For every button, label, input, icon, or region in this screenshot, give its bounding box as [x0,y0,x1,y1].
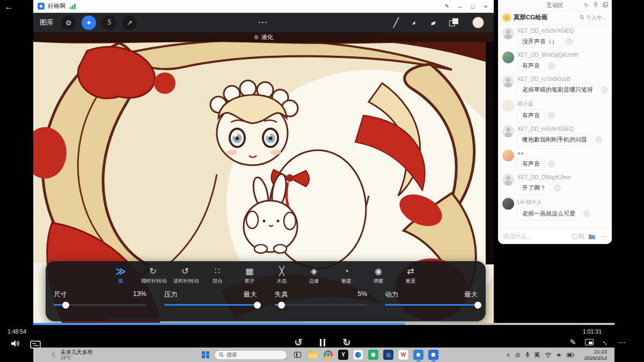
pen-icon[interactable]: ✎ [443,3,451,9]
exit-fullscreen-icon[interactable]: ↔ [600,336,611,348]
video-progress-bar[interactable] [33,323,614,325]
liquify-tool-ccw[interactable]: ↺逆时针转动 [173,266,197,285]
chat-more-button[interactable]: ⋯ [600,233,607,240]
distortion-slider[interactable]: 失真5% [275,290,368,306]
liquify-tool-pinch[interactable]: ∷捏合 [206,266,229,285]
paint-toolbar: 图库 ⚙ ✦ S ↗ ••• ╱ ◗ ▰ [33,13,494,32]
blue-app-icon-2[interactable] [428,350,438,360]
liquify-tool-push[interactable]: ≫推 [109,266,133,285]
emoji-icon[interactable] [548,160,555,167]
speaker-icon[interactable] [557,352,562,358]
eraser-icon[interactable]: ▰ [429,18,437,27]
liquify-tool-reconstruct[interactable]: ◔重建 [334,266,358,285]
liquify-sliders-row: 尺寸13% 压力最大 失真5% 动力最大 [46,285,486,306]
volume-icon[interactable] [11,339,20,348]
liquify-tool-cw[interactable]: ↻顺时针转动 [141,266,165,285]
pin-icon[interactable] [593,2,598,8]
avatar [502,76,514,87]
liquify-tool-edge[interactable]: ◈边缘 [302,266,326,285]
gallery-button[interactable]: 图库 [40,18,54,27]
chat-message: XET_DD_DWqzKJhos 开了啊？ [502,174,608,194]
pressure-slider[interactable]: 压力最大 [164,290,257,306]
liquify-tool-expand[interactable]: ▦展开 [238,266,261,285]
maximize-button[interactable]: □ [469,3,477,10]
emoji-icon[interactable] [595,136,602,143]
chat-message: Lik-镜中人 老师一画就这么可爱 [502,198,608,220]
minimize-button[interactable]: – [456,3,464,10]
selection-icon: S [107,18,111,27]
popout-icon[interactable] [603,2,608,8]
selection-button[interactable]: S [102,16,116,30]
chat-input[interactable]: 说点什么... [503,232,572,240]
pip-icon[interactable] [585,339,594,345]
emoji-icon[interactable] [548,112,555,119]
battery-icon[interactable] [567,353,574,357]
chat-message: ●● 有声音 [502,150,608,170]
edge-icon: ◈ [302,266,326,277]
channel-row: ☺ 莫那CG绘画 个人中… [498,11,612,25]
player-more-button[interactable]: ⋯ [618,338,627,346]
size-slider[interactable]: 尺寸13% [54,290,147,306]
liquify-tool-adjust[interactable]: ◉调整 [367,266,390,285]
avatar [502,125,514,137]
emoji-icon[interactable] [583,210,590,217]
chat-message: 祁小蓝 有声音 [502,100,608,122]
avatar [502,174,514,186]
liquify-tool-crystal[interactable]: ╳水晶 [270,266,294,285]
chat-input-row: 说点什么... 问 ⋯ [498,228,612,244]
brush-icon[interactable]: ╱ [393,17,399,28]
emoji-icon[interactable] [566,38,573,45]
emoji-icon[interactable] [554,184,561,191]
folder-icon[interactable] [588,233,596,240]
emoji-icon[interactable] [601,86,608,93]
window-titlebar: 好棒啊 ✎ – □ × [33,0,494,13]
channel-name: 莫那CG绘画 [514,13,547,21]
adjustments-wand-button[interactable]: ✦ [82,16,96,30]
black-app-icon[interactable]: Y [338,350,348,360]
notes-pencil-icon[interactable]: ✎ [570,338,576,346]
player-right-controls: ✎ ↔ [570,338,640,346]
counterclockwise-icon: ↺ [173,266,197,277]
toolbar-more-dots[interactable]: ••• [259,20,268,25]
taskbar-search[interactable]: 搜索 [214,350,287,360]
pause-button[interactable] [320,339,325,346]
close-button[interactable]: × [482,3,489,10]
blue-app-icon[interactable] [413,350,423,360]
start-button[interactable] [202,351,209,359]
liquify-tool-reset[interactable]: ⇄重置 [399,266,422,285]
file-explorer-icon[interactable] [308,350,318,360]
input-language-indicator[interactable]: 英 [535,351,540,359]
back-arrow-icon[interactable]: ← [4,2,13,12]
question-circle-icon [572,234,577,239]
profile-search[interactable]: 个人中… [580,14,608,21]
transform-button[interactable]: ↗ [122,16,137,30]
liquify-tools-row: ≫推 ↻顺时针转动 ↺逆时针转动 ∷捏合 ▦展开 ╳水晶 ◈边缘 ◔重建 ◉调整… [46,261,486,285]
moon-icon: ☾ [52,351,58,359]
smudge-icon[interactable]: ◗ [410,18,420,28]
rewind-10-button[interactable]: ↺10 [292,337,304,349]
channel-avatar: ☺ [502,13,511,22]
refresh-icon[interactable]: ↻ [584,2,589,8]
momentum-slider[interactable]: 动力最大 [385,290,478,306]
mic-icon[interactable] [525,352,530,358]
wps-icon[interactable]: W [398,350,408,360]
ask-button[interactable]: 问 [572,233,584,240]
weather-widget[interactable]: ☾ 未来几天多雨 15°C [52,349,132,361]
navy-app-icon[interactable] [383,350,393,360]
taskbar-clock[interactable]: 21:23 2026/3/14 [584,349,607,361]
task-view-icon[interactable] [294,352,301,358]
emoji-icon[interactable] [548,62,555,69]
netdisk-icon[interactable] [353,350,363,360]
chat-messages[interactable]: XET_DD_mSchrXGiEQ 没开声音（） XET_DD_WmOgQilU… [498,25,612,228]
dnd-icon[interactable]: ⊘ [515,351,521,359]
forward-30-button[interactable]: ↻30 [341,337,353,349]
chrome-icon[interactable] [323,350,333,360]
liquify-panel: ≫推 ↻顺时针转动 ↺逆时针转动 ∷捏合 ▦展开 ╳水晶 ◈边缘 ◔重建 ◉调整… [46,261,486,321]
green-app-icon[interactable] [368,350,378,360]
tray-chevron-icon[interactable]: ∧ [506,352,510,358]
actions-wrench-button[interactable]: ⚙ [61,16,76,30]
color-swatch-button[interactable] [472,17,484,28]
chat-panel: 互动区 ↻ ☺ 莫那CG绘画 个人中… XET_DD_mSchrXGiEQ 没开… [498,0,612,244]
layers-icon[interactable] [449,18,459,27]
wifi-icon[interactable] [545,352,552,358]
